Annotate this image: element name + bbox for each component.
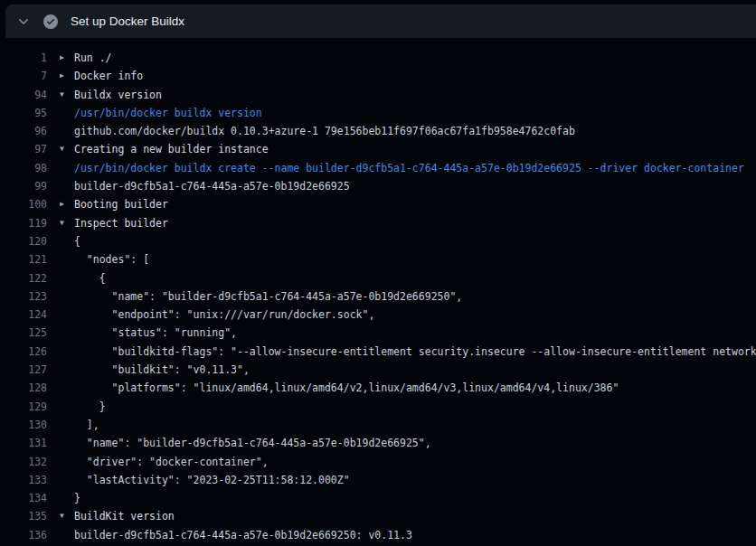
log-line: 98 /usr/bin/docker buildx create --name … xyxy=(0,159,756,177)
log-line: 125 "status": "running", xyxy=(0,324,756,342)
check-circle-icon xyxy=(43,14,58,29)
line-content: } xyxy=(60,398,756,416)
line-number[interactable]: 96 xyxy=(0,122,47,140)
line-number[interactable]: 124 xyxy=(0,306,47,324)
line-content[interactable]: ▼Creating a new builder instance xyxy=(60,140,756,158)
line-content[interactable]: ▼BuildKit version xyxy=(60,507,756,525)
log-line: 134 } xyxy=(0,489,756,507)
line-number[interactable]: 131 xyxy=(0,434,47,452)
line-number[interactable]: 94 xyxy=(0,86,47,104)
line-number[interactable]: 127 xyxy=(0,361,47,379)
line-content: "platforms": "linux/amd64,linux/amd64/v2… xyxy=(60,379,756,397)
line-content: { xyxy=(60,269,756,287)
step-title: Set up Docker Buildx xyxy=(71,14,184,28)
log-line: 1 ▶Run ./ xyxy=(0,49,756,67)
line-content: "status": "running", xyxy=(60,324,756,342)
log-line: 100 ▶Booting builder xyxy=(0,195,756,213)
log-viewer: 1 ▶Run ./ 7 ▶Docker info 94 ▼Buildx vers… xyxy=(0,38,756,544)
log-line: 7 ▶Docker info xyxy=(0,67,756,85)
line-number[interactable]: 132 xyxy=(0,453,47,471)
chevron-down-icon[interactable] xyxy=(16,14,31,29)
line-number[interactable]: 121 xyxy=(0,250,47,268)
line-content[interactable]: ▼Inspect builder xyxy=(60,214,756,232)
line-content[interactable]: ▼Buildx version xyxy=(60,86,756,104)
log-line: 96 github.com/docker/buildx 0.10.3+azure… xyxy=(0,122,756,140)
log-line: 120 { xyxy=(0,232,756,250)
line-number[interactable]: 120 xyxy=(0,232,47,250)
line-content[interactable]: ▶Docker info xyxy=(60,67,756,85)
triangle-right-icon[interactable]: ▶ xyxy=(60,67,64,85)
line-number[interactable]: 98 xyxy=(0,159,47,177)
line-content: /usr/bin/docker buildx create --name bui… xyxy=(60,159,756,177)
line-number[interactable]: 123 xyxy=(0,287,47,306)
line-content: ], xyxy=(60,416,756,434)
line-content: "endpoint": "unix:///var/run/docker.sock… xyxy=(60,306,756,324)
line-content: "lastActivity": "2023-02-25T11:58:12.000… xyxy=(60,471,756,489)
log-line: 122 { xyxy=(0,269,756,287)
line-number[interactable]: 130 xyxy=(0,416,47,434)
line-content: } xyxy=(60,489,756,507)
log-line: 94 ▼Buildx version xyxy=(0,86,756,104)
log-line: 131 "name": "builder-d9cfb5a1-c764-445a-… xyxy=(0,434,756,452)
triangle-down-icon[interactable]: ▼ xyxy=(60,214,64,232)
log-line: 121 "nodes": [ xyxy=(0,250,756,268)
log-line: 123 "name": "builder-d9cfb5a1-c764-445a-… xyxy=(0,287,756,306)
line-content: builder-d9cfb5a1-c764-445a-a57e-0b19d2e6… xyxy=(60,177,756,195)
log-line: 119 ▼Inspect builder xyxy=(0,214,756,232)
line-number[interactable]: 125 xyxy=(0,324,47,342)
line-content: "buildkit": "v0.11.3", xyxy=(60,361,756,379)
log-line: 127 "buildkit": "v0.11.3", xyxy=(0,361,756,379)
line-content: /usr/bin/docker buildx version xyxy=(60,104,756,122)
line-number[interactable]: 133 xyxy=(0,471,47,489)
line-number[interactable]: 134 xyxy=(0,489,47,507)
line-content[interactable]: ▶Booting builder xyxy=(60,195,756,213)
line-number[interactable]: 100 xyxy=(0,195,47,213)
line-number[interactable]: 99 xyxy=(0,177,47,195)
line-number[interactable]: 119 xyxy=(0,214,47,232)
line-content: github.com/docker/buildx 0.10.3+azure-1 … xyxy=(60,122,756,140)
log-line: 136 builder-d9cfb5a1-c764-445a-a57e-0b19… xyxy=(0,526,756,544)
line-content: "driver": "docker-container", xyxy=(60,453,756,471)
line-content[interactable]: ▶Run ./ xyxy=(60,49,756,67)
line-content: "name": "builder-d9cfb5a1-c764-445a-a57e… xyxy=(60,287,756,306)
line-number[interactable]: 129 xyxy=(0,398,47,416)
log-line: 95 /usr/bin/docker buildx version xyxy=(0,104,756,122)
line-number[interactable]: 126 xyxy=(0,343,47,361)
triangle-down-icon[interactable]: ▼ xyxy=(60,86,64,104)
line-content: "nodes": [ xyxy=(60,250,756,268)
line-number[interactable]: 95 xyxy=(0,104,47,122)
log-line: 126 "buildkitd-flags": "--allow-insecure… xyxy=(0,343,756,361)
log-line: 133 "lastActivity": "2023-02-25T11:58:12… xyxy=(0,471,756,489)
line-content: "buildkitd-flags": "--allow-insecure-ent… xyxy=(60,343,756,361)
triangle-down-icon[interactable]: ▼ xyxy=(60,140,64,158)
line-number[interactable]: 135 xyxy=(0,507,47,525)
triangle-right-icon[interactable]: ▶ xyxy=(60,195,64,213)
log-line: 135 ▼BuildKit version xyxy=(0,507,756,525)
log-line: 129 } xyxy=(0,398,756,416)
triangle-right-icon[interactable]: ▶ xyxy=(60,49,64,67)
log-line: 99 builder-d9cfb5a1-c764-445a-a57e-0b19d… xyxy=(0,177,756,195)
log-line: 124 "endpoint": "unix:///var/run/docker.… xyxy=(0,306,756,324)
log-line: 132 "driver": "docker-container", xyxy=(0,453,756,471)
line-number[interactable]: 122 xyxy=(0,269,47,287)
log-line: 97 ▼Creating a new builder instance xyxy=(0,140,756,158)
triangle-down-icon[interactable]: ▼ xyxy=(60,507,64,525)
line-number[interactable]: 97 xyxy=(0,140,47,158)
step-header[interactable]: Set up Docker Buildx xyxy=(5,5,756,38)
log-line: 128 "platforms": "linux/amd64,linux/amd6… xyxy=(0,379,756,397)
line-content: builder-d9cfb5a1-c764-445a-a57e-0b19d2e6… xyxy=(60,526,756,544)
line-content: "name": "builder-d9cfb5a1-c764-445a-a57e… xyxy=(60,434,756,452)
line-number[interactable]: 128 xyxy=(0,379,47,397)
log-line: 130 ], xyxy=(0,416,756,434)
line-number[interactable]: 7 xyxy=(0,67,47,85)
line-number[interactable]: 1 xyxy=(0,49,47,67)
line-number[interactable]: 136 xyxy=(0,526,47,544)
line-content: { xyxy=(60,232,756,250)
